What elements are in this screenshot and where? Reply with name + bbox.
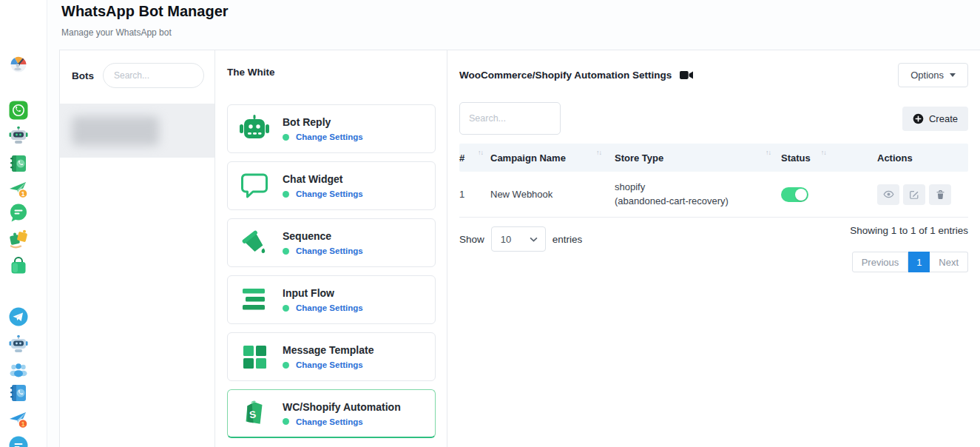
status-dot (283, 418, 289, 425)
telegram-broadcast-icon[interactable]: 1 (8, 409, 29, 430)
table-footer: Show 10 entries Showing 1 to 1 of 1 entr… (459, 225, 968, 272)
table-search-input[interactable] (459, 102, 561, 135)
options-button[interactable]: Options (898, 63, 968, 87)
svg-text:S: S (249, 409, 257, 420)
chevron-down-icon (530, 237, 538, 242)
column-header-campaign-name[interactable]: Campaign Name ↑↓ (490, 152, 615, 164)
change-settings-link[interactable]: Change Settings (296, 246, 363, 255)
column-header-actions: Actions (877, 152, 968, 164)
create-button[interactable]: Create (902, 107, 968, 131)
column-header-store-type[interactable]: Store Type ↑↓ (615, 152, 781, 164)
integration-icon[interactable] (8, 228, 29, 249)
change-settings-link[interactable]: Change Settings (296, 189, 363, 198)
input-flow-icon (238, 283, 271, 316)
feature-card-title: Chat Widget (283, 173, 363, 185)
page-subtitle: Manage your WhatsApp bot (61, 27, 172, 38)
whatsapp-icon[interactable] (8, 100, 29, 121)
status-dot (283, 305, 289, 312)
store-type-cell: shopify (abandoned-cart-recovery) (615, 181, 781, 207)
row-index-cell: 1 (459, 189, 490, 200)
status-dot (283, 362, 289, 369)
column-header-status[interactable]: Status ↑↓ (781, 152, 877, 164)
change-settings-link[interactable]: Change Settings (296, 360, 363, 369)
view-button[interactable] (877, 184, 899, 205)
previous-page-button[interactable]: Previous (852, 252, 909, 272)
telegram-icon[interactable] (8, 306, 29, 327)
options-button-label: Options (910, 70, 944, 81)
shopify-icon: S (238, 397, 271, 430)
status-dot (283, 248, 289, 255)
telegram-group-icon[interactable] (8, 359, 29, 380)
showing-entries-text: Showing 1 to 1 of 1 entries (850, 225, 968, 236)
show-label: Show (459, 234, 484, 245)
change-settings-link[interactable]: Change Settings (296, 132, 363, 141)
automation-table: # ↑↓ Campaign Name ↑↓ Store Type ↑↓ Stat… (459, 144, 968, 218)
telegram-contacts-icon[interactable] (8, 383, 29, 403)
delete-button[interactable] (929, 184, 951, 205)
eye-icon (883, 189, 894, 200)
feature-card-sequence[interactable]: Sequence Change Settings (227, 218, 436, 267)
status-dot (283, 134, 289, 141)
feature-card-message-template[interactable]: Message Template Change Settings (227, 332, 436, 381)
campaign-name-cell: New Webhook (490, 189, 615, 200)
section-title: WooCommerce/Shopify Automation Settings (459, 70, 672, 81)
feature-card-bot-reply[interactable]: Bot Reply Change Settings (227, 104, 436, 153)
table-header-row: # ↑↓ Campaign Name ↑↓ Store Type ↑↓ Stat… (459, 144, 968, 172)
dashboard-icon[interactable] (8, 54, 29, 75)
table-row: 1 New Webhook shopify (abandoned-cart-re… (459, 172, 968, 218)
feature-card-title: Input Flow (283, 287, 363, 299)
chat-widget-icon (238, 169, 271, 202)
whatsapp-broadcast-badge: 1 (21, 190, 25, 198)
column-header-index[interactable]: # ↑↓ (459, 152, 490, 164)
bot-name-redacted (72, 116, 159, 146)
feature-card-title: Sequence (283, 230, 363, 242)
trash-icon (936, 189, 945, 200)
status-toggle[interactable] (781, 187, 808, 202)
page: WhatsApp Bot Manager Manage your WhatsAp… (47, 0, 980, 447)
page-number-button[interactable]: 1 (908, 252, 930, 272)
sequence-icon (238, 226, 271, 259)
whatsapp-bot-icon[interactable] (8, 124, 29, 145)
telegram-broadcast-badge: 1 (21, 420, 25, 428)
feature-card-wc-shopify-automation[interactable]: S WC/Shopify Automation Change Settings (227, 389, 436, 438)
entries-label: entries (552, 234, 583, 245)
sort-icon[interactable]: ↑↓ (766, 149, 771, 156)
feature-card-title: Bot Reply (283, 116, 363, 128)
app-icon-sidebar: 1 (0, 0, 47, 447)
change-settings-link[interactable]: Change Settings (296, 417, 363, 426)
sort-icon[interactable]: ↑↓ (596, 149, 601, 156)
status-dot (283, 191, 289, 198)
page-title: WhatsApp Bot Manager (61, 3, 229, 20)
bot-reply-icon (238, 112, 271, 145)
content-panel: Bots The White (59, 50, 980, 447)
sort-icon[interactable]: ↑↓ (478, 149, 483, 156)
feature-card-title: WC/Shopify Automation (283, 401, 401, 413)
automation-settings-panel: WooCommerce/Shopify Automation Settings … (447, 50, 980, 447)
page-size-select[interactable]: 10 (491, 226, 546, 252)
telegram-bot-icon[interactable] (8, 333, 29, 354)
bots-panel-title: Bots (72, 70, 94, 81)
video-tutorial-icon[interactable] (680, 70, 693, 80)
sort-icon[interactable]: ↑↓ (821, 149, 826, 156)
whatsapp-broadcast-icon[interactable]: 1 (8, 179, 29, 200)
edit-icon (909, 189, 919, 200)
telegram-chat-icon[interactable] (8, 435, 29, 447)
whatsapp-chat-icon[interactable] (8, 202, 29, 223)
feature-card-input-flow[interactable]: Input Flow Change Settings (227, 275, 436, 324)
plus-circle-icon (913, 113, 924, 124)
next-page-button[interactable]: Next (930, 252, 968, 272)
change-settings-link[interactable]: Change Settings (296, 303, 363, 312)
selected-bot-item[interactable] (60, 104, 214, 158)
bots-search-input[interactable] (103, 63, 204, 88)
row-actions (877, 184, 968, 205)
edit-button[interactable] (903, 184, 925, 205)
whatsapp-contacts-icon[interactable] (8, 153, 29, 174)
feature-card-chat-widget[interactable]: Chat Widget Change Settings (227, 161, 436, 210)
create-button-label: Create (929, 113, 958, 124)
message-template-icon (238, 340, 271, 373)
feature-card-title: Message Template (283, 344, 374, 356)
store-icon[interactable] (8, 255, 29, 276)
chevron-down-icon (950, 73, 956, 77)
features-panel: The White Bot Reply (215, 50, 447, 447)
features-panel-title: The White (227, 67, 436, 78)
